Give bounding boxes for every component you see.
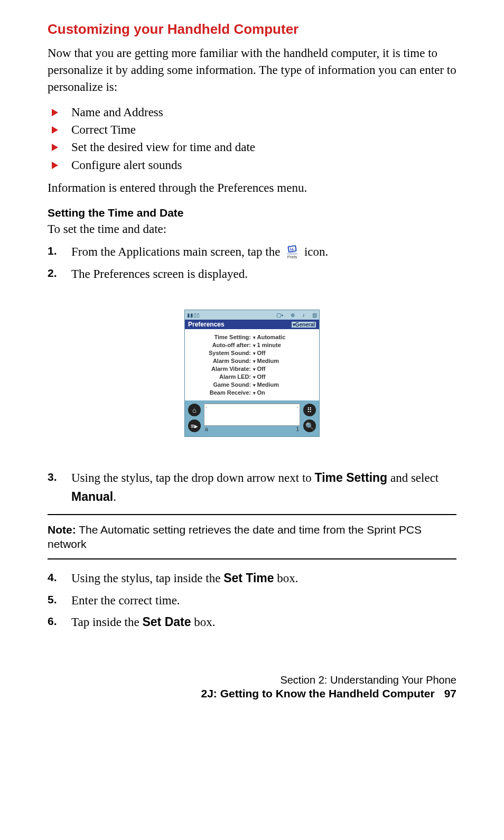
pref-value: On bbox=[253, 389, 317, 396]
step-3-text-a: Using the stylus, tap the drop down arro… bbox=[71, 471, 315, 484]
intro-paragraph: Now that you are getting more familiar w… bbox=[48, 45, 456, 96]
divider-bottom bbox=[48, 558, 456, 559]
battery-icon: ▥ bbox=[312, 312, 317, 318]
step-3-text-c: and select bbox=[387, 471, 438, 484]
step-1: 1. From the Applications main screen, ta… bbox=[48, 242, 456, 262]
pref-label: Game Sound: bbox=[187, 381, 253, 388]
home-icon: ⌂ bbox=[188, 404, 201, 416]
step-6-text-a: Tap inside the bbox=[71, 615, 142, 629]
footer-chapter: 2J: Getting to Know the Handheld Compute… bbox=[48, 687, 456, 700]
step-6: 6. Tap inside the Set Date box. bbox=[48, 613, 456, 632]
pref-label: Time Setting: bbox=[187, 334, 253, 340]
pref-value: Medium bbox=[253, 358, 317, 364]
pref-row: Beam Receive:On bbox=[187, 389, 317, 396]
step-1-text-b: icon. bbox=[304, 245, 328, 258]
pref-row: System Sound:Off bbox=[187, 350, 317, 356]
steps-list-3: 3. Using the stylus, tap the drop down a… bbox=[48, 469, 456, 506]
pref-label: System Sound: bbox=[187, 350, 253, 356]
step-4-bold: Set Time bbox=[223, 571, 274, 585]
device-screenshot: ▮▮▯▯ ▢▪ ⊕ ♪ ▥ Preferences ▾General Time … bbox=[48, 310, 456, 437]
bullet-item: Configure alert sounds bbox=[48, 156, 456, 174]
graffiti-area: ◦ ◦ a 1 bbox=[204, 404, 300, 432]
pref-value: Automatic bbox=[253, 334, 317, 340]
step-2: 2. The Preferences screen is displayed. bbox=[48, 265, 456, 284]
step-3-bold-1: Time Setting bbox=[315, 471, 388, 484]
pref-label: Beam Receive: bbox=[187, 389, 253, 396]
svg-rect-5 bbox=[290, 249, 294, 250]
device-statusbar: ▮▮▯▯ ▢▪ ⊕ ♪ ▥ bbox=[185, 310, 319, 320]
menu-icon: ≡▸ bbox=[188, 419, 201, 432]
pref-label: Alarm LED: bbox=[187, 374, 253, 380]
step-marker: 2. bbox=[48, 265, 57, 282]
step-3: 3. Using the stylus, tap the drop down a… bbox=[48, 469, 456, 506]
pref-value: Medium bbox=[253, 381, 317, 388]
pref-value: 1 minute bbox=[253, 342, 317, 348]
pref-row: Game Sound:Medium bbox=[187, 381, 317, 388]
step-3-text-e: . bbox=[113, 490, 116, 503]
divider-top bbox=[48, 514, 456, 515]
device-frame: ▮▮▯▯ ▢▪ ⊕ ♪ ▥ Preferences ▾General Time … bbox=[184, 310, 320, 437]
pref-row: Alarm Sound:Medium bbox=[187, 358, 317, 364]
device-body: Time Setting:Automatic Auto-off after:1 … bbox=[185, 329, 319, 400]
bullet-list: Name and Address Correct Time Set the de… bbox=[48, 104, 456, 174]
bullet-item: Set the desired view for time and date bbox=[48, 138, 456, 156]
signal-icon: ▮▮▯▯ bbox=[187, 312, 200, 318]
pref-row: Alarm Vibrate:Off bbox=[187, 366, 317, 372]
step-3-bold-2: Manual bbox=[71, 490, 113, 503]
page-footer: Section 2: Understanding Your Phone 2J: … bbox=[48, 674, 456, 700]
step-marker: 3. bbox=[48, 469, 57, 486]
silk-a: a bbox=[205, 426, 208, 432]
pref-value: Off bbox=[253, 366, 317, 372]
pref-value: Off bbox=[253, 374, 317, 380]
step-marker: 4. bbox=[48, 569, 57, 586]
step-6-text-c: box. bbox=[191, 615, 216, 629]
step-marker: 5. bbox=[48, 591, 57, 609]
bullet-item: Correct Time bbox=[48, 121, 456, 138]
footer-section: Section 2: Understanding Your Phone bbox=[48, 674, 456, 686]
steps-list-456: 4. Using the stylus, tap inside the Set … bbox=[48, 569, 456, 632]
sub-intro-text: To set the time and date: bbox=[48, 222, 456, 236]
step-1-text-a: From the Applications main screen, tap t… bbox=[71, 245, 283, 258]
step-5: 5. Enter the correct time. bbox=[48, 591, 456, 610]
step-4-text-c: box. bbox=[274, 572, 298, 585]
sub-heading: Setting the Time and Date bbox=[48, 207, 456, 219]
apps-icon: ⠿ bbox=[303, 404, 316, 416]
titlebar-category: ▾General bbox=[292, 322, 316, 328]
device-silkscreen: ⌂ ≡▸ ◦ ◦ a 1 ⠿ 🔍 bbox=[185, 400, 319, 436]
step-2-text: The Preferences screen is displayed. bbox=[71, 267, 248, 281]
step-4: 4. Using the stylus, tap inside the Set … bbox=[48, 569, 456, 588]
pref-label: Alarm Vibrate: bbox=[187, 366, 253, 372]
sync-icon: ⊕ bbox=[291, 312, 295, 318]
page-number: 97 bbox=[444, 687, 456, 699]
step-6-bold: Set Date bbox=[142, 615, 191, 629]
card-icon: ▢▪ bbox=[276, 312, 283, 318]
after-bullets-text: Information is entered through the Prefe… bbox=[48, 181, 456, 195]
prefs-icon: Prefs bbox=[283, 245, 301, 260]
pref-row: Time Setting:Automatic bbox=[187, 334, 317, 340]
svg-rect-2 bbox=[289, 247, 296, 252]
pref-row: Alarm LED:Off bbox=[187, 374, 317, 380]
footer-chapter-text: 2J: Getting to Know the Handheld Compute… bbox=[201, 687, 434, 699]
step-marker: 6. bbox=[48, 613, 57, 630]
prefs-icon-caption: Prefs bbox=[283, 254, 301, 260]
svg-point-4 bbox=[292, 248, 293, 249]
find-icon: 🔍 bbox=[303, 419, 316, 432]
note-label: Note: bbox=[48, 524, 76, 536]
bullet-item: Name and Address bbox=[48, 104, 456, 121]
note-block: Note: The Automatic setting retrieves th… bbox=[48, 522, 456, 552]
svg-point-3 bbox=[290, 248, 291, 249]
note-text: The Automatic setting retrieves the date… bbox=[48, 524, 422, 550]
steps-list-top: 1. From the Applications main screen, ta… bbox=[48, 242, 456, 283]
step-marker: 1. bbox=[48, 242, 57, 260]
page-heading: Customizing your Handheld Computer bbox=[48, 21, 456, 38]
pref-row: Auto-off after:1 minute bbox=[187, 342, 317, 348]
titlebar-title: Preferences bbox=[188, 321, 225, 328]
step-5-text: Enter the correct time. bbox=[71, 594, 180, 607]
silk-1: 1 bbox=[296, 426, 299, 432]
pref-label: Auto-off after: bbox=[187, 342, 253, 348]
step-4-text-a: Using the stylus, tap inside the bbox=[71, 572, 223, 585]
music-icon: ♪ bbox=[302, 312, 305, 318]
device-titlebar: Preferences ▾General bbox=[185, 320, 319, 329]
pref-label: Alarm Sound: bbox=[187, 358, 253, 364]
pref-value: Off bbox=[253, 350, 317, 356]
